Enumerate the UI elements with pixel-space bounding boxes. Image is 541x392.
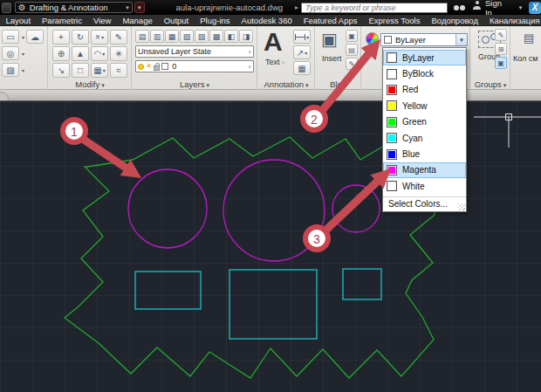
layer-color-swatch: [161, 63, 168, 70]
select-colors-option[interactable]: Select Colors...: [383, 196, 466, 211]
menu-item-autodesk-360[interactable]: Autodesk 360: [236, 16, 298, 25]
chevron-down-icon: ▾: [103, 67, 106, 73]
hatch-tool-icon[interactable]: ▨: [2, 63, 19, 77]
table-tool-button[interactable]: ▦: [293, 61, 311, 75]
revcloud-tool-icon[interactable]: ☁: [26, 30, 44, 44]
menu-item-view[interactable]: View: [87, 16, 116, 25]
chevron-down-icon[interactable]: ▾: [519, 4, 523, 10]
exchange-apps-icon[interactable]: X: [529, 2, 541, 14]
color-option-byblock[interactable]: ByBlock: [383, 65, 466, 81]
cyan-rectangle-2: [229, 270, 317, 339]
insert-label[interactable]: Insert: [322, 54, 342, 63]
workspace-switcher[interactable]: ⚙ Drafting & Annotation ▾: [15, 2, 133, 13]
menu-item-manage[interactable]: Manage: [117, 16, 158, 25]
menu-item-канализация[interactable]: Канализация: [483, 16, 541, 25]
copy-icon[interactable]: ⊕: [52, 46, 70, 61]
color-swatch: [387, 69, 397, 79]
quick-access-dropdown[interactable]: ▾: [134, 2, 145, 13]
layer-state-dropdown[interactable]: Unsaved Layer State ▾: [135, 45, 254, 58]
create-block-button[interactable]: ▣: [346, 30, 358, 42]
scale-icon[interactable]: □: [72, 63, 89, 78]
binoculars-search-icon[interactable]: [454, 5, 459, 10]
magenta-circle-2: [223, 160, 325, 261]
block-attributes-button[interactable]: ✎: [346, 58, 358, 70]
layer-lock-icon[interactable]: ▨: [195, 30, 209, 43]
move-icon[interactable]: +: [52, 30, 70, 45]
panel-modify: +↻×▾✎⊕▲◠▾✳↘□▦▾≈ Modify▾: [49, 26, 132, 90]
magenta-circle-3: [332, 185, 380, 232]
color-option-white[interactable]: White: [383, 178, 466, 194]
smooth-icon[interactable]: ≈: [110, 63, 127, 78]
explode-icon[interactable]: ✳: [110, 46, 127, 61]
chevron-down-icon: ▾: [282, 59, 285, 65]
groups-panel-label[interactable]: Groups: [475, 79, 502, 89]
modify-tools: +↻×▾✎⊕▲◠▾✳↘□▦▾≈: [52, 30, 128, 79]
corner-arc-decor: [0, 92, 9, 100]
menu-item-featured-apps[interactable]: Featured Apps: [298, 16, 363, 25]
object-color-combobox[interactable]: ByLayer ▾: [380, 33, 468, 46]
leader-tool-button[interactable]: ↗▾: [293, 45, 311, 59]
ungroup-button[interactable]: ✎: [495, 29, 507, 41]
layer-isolate-icon[interactable]: ▦: [165, 30, 179, 43]
count-tool-icon[interactable]: ▤: [524, 31, 534, 45]
panel-annotation: A Text ▾ ▾ ↗▾ ▦ Annotation▾: [258, 26, 315, 90]
color-option-bylayer[interactable]: ByLayer: [383, 50, 466, 65]
block-panel-label[interactable]: Blo: [330, 79, 342, 89]
combobox-dropdown-button[interactable]: ▾: [455, 34, 467, 45]
menu-item-layout[interactable]: Layout: [0, 16, 37, 25]
title-bar: ⚙ Drafting & Annotation ▾ ▾ aula-uprajne…: [0, 0, 541, 15]
kol-label[interactable]: Кол см: [513, 54, 538, 63]
layer-match-icon[interactable]: ▩: [209, 30, 223, 43]
fillet-icon[interactable]: ◠▾: [91, 46, 108, 61]
text-tool-label[interactable]: Text: [265, 58, 280, 66]
group-selection-toggle[interactable]: ▣: [495, 57, 507, 69]
rotate-icon[interactable]: ↻: [72, 30, 89, 45]
menu-item-водопровод[interactable]: Водопровод: [426, 16, 484, 25]
current-color-swatch: [384, 36, 392, 44]
resize-grip-icon[interactable]: [458, 203, 465, 210]
cyan-rectangle-1: [135, 272, 201, 309]
layers-panel-label[interactable]: Layers: [180, 79, 205, 89]
dimension-tool-button[interactable]: ▾: [293, 30, 311, 44]
menu-item-parametric[interactable]: Parametric: [37, 16, 88, 25]
color-option-magenta[interactable]: Magenta: [383, 162, 466, 178]
color-option-red[interactable]: Red: [383, 82, 466, 98]
insert-block-icon[interactable]: ▣: [321, 30, 338, 49]
chevron-down-icon: ▾: [248, 64, 251, 70]
current-layer-name: 0: [172, 62, 248, 71]
layer-properties-icon[interactable]: ▤: [135, 30, 149, 43]
color-option-green[interactable]: Green: [383, 114, 466, 130]
rectangle-tool-icon[interactable]: ▭: [2, 30, 19, 44]
menu-item-output[interactable]: Output: [158, 16, 195, 25]
layer-off-icon[interactable]: ▥: [150, 30, 164, 43]
array-icon[interactable]: ▦▾: [91, 63, 108, 78]
layer-select-dropdown[interactable]: ☀ 0 ▾: [135, 60, 254, 72]
layer-freeze-icon[interactable]: ▧: [180, 30, 194, 43]
search-history-icon[interactable]: ▸: [295, 3, 298, 11]
erase-icon[interactable]: ✎: [110, 30, 127, 45]
layer-walk-icon[interactable]: ◨: [239, 30, 253, 43]
color-swatch: [387, 100, 397, 111]
app-menu-icon[interactable]: [2, 3, 11, 13]
stretch-icon[interactable]: ↘: [52, 63, 70, 78]
color-option-cyan[interactable]: Cyan: [383, 130, 466, 146]
mirror-icon[interactable]: ▲: [72, 46, 89, 61]
color-option-blue[interactable]: Blue: [383, 146, 466, 162]
color-swatch: [387, 117, 397, 127]
ellipse-tool-icon[interactable]: ◎: [2, 46, 19, 60]
menu-item-plug-ins[interactable]: Plug-ins: [195, 16, 236, 25]
search-input[interactable]: [301, 3, 448, 13]
color-swatch: [387, 133, 397, 143]
menu-item-express-tools[interactable]: Express Tools: [363, 16, 426, 25]
trim-icon[interactable]: ×▾: [91, 30, 108, 45]
color-swatch: [387, 181, 397, 191]
color-option-yellow[interactable]: Yellow: [383, 98, 466, 113]
annotation-panel-label[interactable]: Annotation: [264, 79, 304, 89]
magenta-circle-1: [128, 169, 207, 248]
group-edit-button[interactable]: ⊞: [495, 43, 507, 55]
edit-block-button[interactable]: ▤: [346, 44, 358, 56]
text-tool-icon[interactable]: A: [264, 28, 283, 56]
layer-prev-icon[interactable]: ◧: [224, 30, 238, 43]
modify-panel-label[interactable]: Modify: [75, 79, 99, 89]
panel-layers: ▤▥▦▧▨▩◧◨ Unsaved Layer State ▾ ☀ 0 ▾ Lay…: [133, 26, 257, 90]
